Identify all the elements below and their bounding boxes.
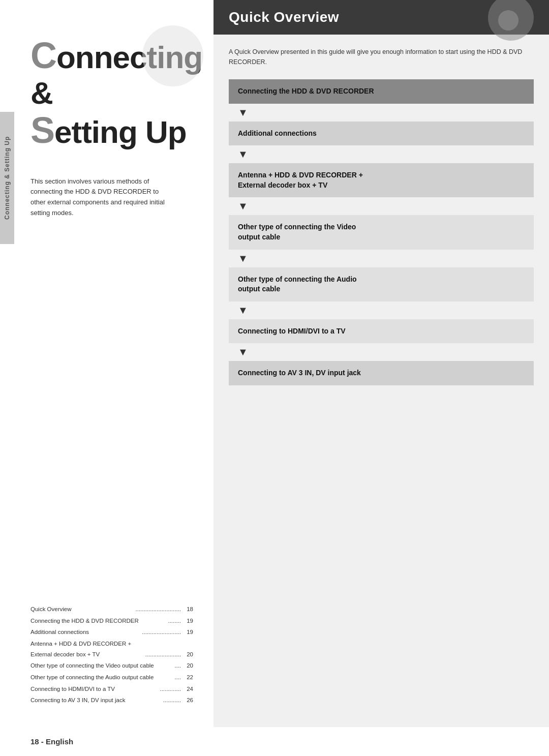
- arrow-icon-5: ▼: [238, 346, 248, 358]
- flow-arrow-5: ▼: [229, 343, 534, 361]
- toc-row-5: Other type of connecting the Audio outpu…: [30, 672, 193, 683]
- flow-box-6-text: Connecting to AV 3 IN, DV input jack: [238, 369, 361, 377]
- toc-section: Quick Overview .........................…: [30, 594, 193, 707]
- title-line2-first-letter: S: [30, 110, 54, 150]
- toc-dots-7: ...........: [163, 695, 181, 706]
- toc-dots-1: ........: [168, 616, 181, 626]
- flow-item-2: Antenna + HDD & DVD RECORDER +External d…: [229, 163, 534, 215]
- flow-arrow-4: ▼: [229, 301, 534, 319]
- toc-dots-4: ....: [174, 660, 181, 671]
- toc-item-2: Additional connections .................…: [30, 627, 193, 638]
- flow-box-1-text: Additional connections: [238, 129, 317, 137]
- deco-circle-left: [142, 25, 203, 86]
- toc-item-3: Antenna + HDD & DVD RECORDER + External …: [30, 639, 193, 659]
- toc-dots-5: ....: [174, 672, 181, 683]
- toc-dots-6: .............: [160, 684, 181, 694]
- flow-box-0-text: Connecting the HDD & DVD RECORDER: [238, 87, 374, 95]
- flow-box-4: Other type of connecting the Audiooutput…: [229, 267, 534, 301]
- toc-page-6: 24: [183, 684, 193, 694]
- toc-dots-0: ............................: [136, 604, 181, 615]
- arrow-icon-2: ▼: [238, 200, 248, 212]
- flow-box-2: Antenna + HDD & DVD RECORDER +External d…: [229, 163, 534, 197]
- toc-page-3b: 20: [183, 649, 193, 660]
- flow-container: Connecting the HDD & DVD RECORDER ▼ Addi…: [214, 79, 549, 396]
- bottom-label: 18 - English: [0, 727, 549, 756]
- toc-row-0: Quick Overview .........................…: [30, 604, 193, 615]
- toc-label-3a: Antenna + HDD & DVD RECORDER +: [30, 639, 193, 649]
- toc-page-5: 22: [183, 672, 193, 683]
- toc-label-0: Quick Overview: [30, 604, 134, 615]
- flow-item-4: Other type of connecting the Audiooutput…: [229, 267, 534, 319]
- toc-label-4: Other type of connecting the Video outpu…: [30, 660, 172, 671]
- toc-row-1: Connecting the HDD & DVD RECORDER ......…: [30, 616, 193, 626]
- side-tab: Connecting & Setting Up: [0, 112, 14, 244]
- arrow-icon-4: ▼: [238, 305, 248, 316]
- flow-box-4-text: Other type of connecting the Audiooutput…: [238, 275, 357, 293]
- flow-box-3: Other type of connecting the Videooutput…: [229, 215, 534, 249]
- toc-label-6: Connecting to HDMI/DVI to a TV: [30, 684, 158, 694]
- toc-dots-2: ........................: [142, 627, 181, 638]
- toc-row-3b: External decoder box + TV ..............…: [30, 649, 193, 660]
- flow-box-0: Connecting the HDD & DVD RECORDER: [229, 79, 534, 104]
- toc-row-7: Connecting to AV 3 IN, DV input jack ...…: [30, 695, 193, 706]
- flow-box-5-text: Connecting to HDMI/DVI to a TV: [238, 327, 346, 335]
- flow-box-6: Connecting to AV 3 IN, DV input jack: [229, 361, 534, 385]
- toc-item-4: Other type of connecting the Video outpu…: [30, 660, 193, 671]
- flow-arrow-2: ▼: [229, 197, 534, 215]
- toc-item-5: Other type of connecting the Audio outpu…: [30, 672, 193, 683]
- arrow-icon-1: ▼: [238, 148, 248, 160]
- flow-arrow-0: ▼: [229, 104, 534, 122]
- flow-item-5: Connecting to HDMI/DVI to a TV ▼: [229, 319, 534, 361]
- bottom-label-text: 18 - English: [30, 737, 73, 746]
- toc-label-2: Additional connections: [30, 627, 140, 638]
- toc-row-3a: Antenna + HDD & DVD RECORDER +: [30, 639, 193, 649]
- quick-overview-title: Quick Overview: [229, 9, 339, 25]
- flow-item-0: Connecting the HDD & DVD RECORDER ▼: [229, 79, 534, 122]
- left-description: This section involves various methods of…: [30, 176, 173, 219]
- flow-box-1: Additional connections: [229, 122, 534, 146]
- right-intro: A Quick Overview presented in this guide…: [214, 35, 549, 79]
- flow-item-1: Additional connections ▼: [229, 122, 534, 164]
- title-line1-first-letter: C: [30, 35, 56, 76]
- toc-page-7: 26: [183, 695, 193, 706]
- toc-page-1: 19: [183, 616, 193, 626]
- toc-page-2: 19: [183, 627, 193, 638]
- toc-label-5: Other type of connecting the Audio outpu…: [30, 672, 172, 683]
- title-line2: Setting Up: [30, 110, 193, 150]
- toc-label-7: Connecting to AV 3 IN, DV input jack: [30, 695, 161, 706]
- flow-item-6: Connecting to AV 3 IN, DV input jack: [229, 361, 534, 385]
- toc-label-1: Connecting the HDD & DVD RECORDER: [30, 616, 166, 626]
- flow-box-2-text: Antenna + HDD & DVD RECORDER +External d…: [238, 171, 363, 189]
- toc-label-3b: External decoder box + TV: [30, 649, 143, 660]
- toc-item: Quick Overview .........................…: [30, 604, 193, 615]
- flow-arrow-1: ▼: [229, 145, 534, 163]
- toc-row-6: Connecting to HDMI/DVI to a TV .........…: [30, 684, 193, 694]
- flow-arrow-3: ▼: [229, 250, 534, 267]
- toc-row-2: Additional connections .................…: [30, 627, 193, 638]
- toc-item-1: Connecting the HDD & DVD RECORDER ......…: [30, 616, 193, 626]
- deco-circle-right-small: [498, 10, 518, 31]
- toc-dots-3b: ......................: [145, 649, 181, 660]
- title-line2-rest: etting Up: [54, 114, 187, 149]
- quick-overview-box: Quick Overview: [214, 0, 549, 35]
- toc-item-7: Connecting to AV 3 IN, DV input jack ...…: [30, 695, 193, 706]
- left-column: Connecting & Setting Up Connecting & Set…: [0, 0, 214, 727]
- toc-page-4: 20: [183, 660, 193, 671]
- right-column: Quick Overview A Quick Overview presente…: [214, 0, 549, 727]
- flow-item-3: Other type of connecting the Videooutput…: [229, 215, 534, 267]
- side-tab-label: Connecting & Setting Up: [4, 136, 11, 220]
- flow-box-3-text: Other type of connecting the Videooutput…: [238, 223, 356, 241]
- arrow-icon-3: ▼: [238, 253, 248, 264]
- arrow-icon-0: ▼: [238, 107, 248, 118]
- toc-item-6: Connecting to HDMI/DVI to a TV .........…: [30, 684, 193, 694]
- toc-row-4: Other type of connecting the Video outpu…: [30, 660, 193, 671]
- toc-page-0: 18: [183, 604, 193, 615]
- page-container: Connecting & Setting Up Connecting & Set…: [0, 0, 549, 727]
- flow-box-5: Connecting to HDMI/DVI to a TV: [229, 319, 534, 344]
- right-intro-text: A Quick Overview presented in this guide…: [229, 47, 534, 67]
